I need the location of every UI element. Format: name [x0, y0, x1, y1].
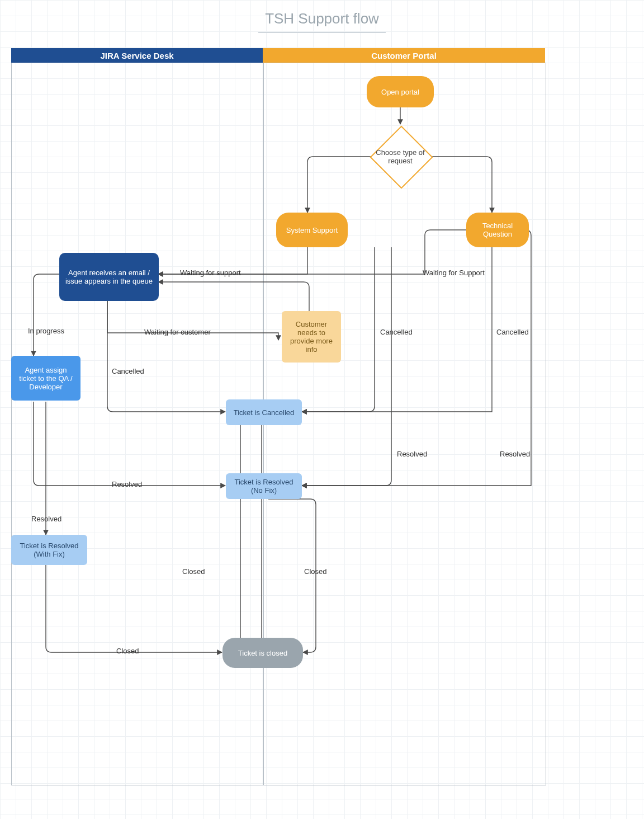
- edge-resolved-sys: Resolved: [397, 450, 427, 458]
- swimlane-header-jira: JIRA Service Desk: [11, 48, 263, 63]
- node-ticket-closed: Ticket is closed: [222, 638, 303, 668]
- node-system-support: System Support: [276, 213, 348, 247]
- edge-in-progress: In progress: [28, 327, 64, 335]
- swimlane-header-portal: Customer Portal: [263, 48, 545, 63]
- edge-resolved-fix: Resolved: [31, 515, 61, 523]
- node-assign-ticket: Agent assign ticket to the QA / Develope…: [11, 356, 80, 401]
- node-agent-receives: Agent receives an email / issue appears …: [59, 253, 159, 301]
- diagram-title-wrap: TSH Support flow: [0, 9, 644, 33]
- edge-closed-fix: Closed: [116, 647, 139, 655]
- edge-waiting-for-support-right: Waiting for Support: [423, 269, 485, 277]
- node-resolved-fix: Ticket is Resolved (With Fix): [11, 535, 87, 565]
- node-open-portal: Open portal: [367, 76, 434, 107]
- edge-closed-cancelled: Closed: [182, 567, 205, 576]
- node-ticket-cancelled: Ticket is Cancelled: [226, 399, 302, 425]
- edge-cancelled-sys: Cancelled: [380, 328, 413, 336]
- node-more-info: Customer needs to provide more info: [282, 311, 341, 363]
- edge-waiting-for-support-left: Waiting for support: [180, 269, 241, 277]
- edge-waiting-for-customer: Waiting for customer: [144, 328, 211, 336]
- node-resolved-no-fix: Ticket is Resolved (No Fix): [226, 473, 302, 499]
- edge-cancelled-tech: Cancelled: [496, 328, 529, 336]
- edge-resolved-tech: Resolved: [500, 450, 530, 458]
- node-technical-question: Technical Question: [466, 213, 529, 247]
- edge-closed-nofix: Closed: [304, 567, 326, 576]
- edge-cancelled-agent: Cancelled: [112, 367, 144, 375]
- node-choose-type: Choose type of request: [367, 140, 434, 173]
- diagram-title: TSH Support flow: [258, 9, 386, 33]
- edge-resolved-assign: Resolved: [112, 480, 142, 488]
